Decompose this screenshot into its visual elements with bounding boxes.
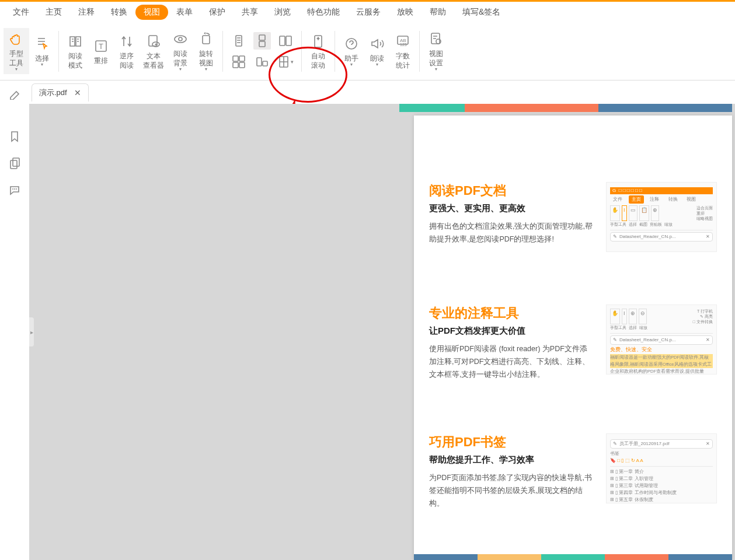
menu-sign[interactable]: 填写&签名 [454,5,508,20]
reflow-icon: T [92,37,110,55]
speak-button[interactable]: 朗读 ▾ [364,33,390,69]
word-count-button[interactable]: AB123 字数 统计 [390,30,416,72]
ribbon: 手型 工具 ▾ 选择 ▾ 阅读 模式 T 重排 逆序 阅读 文本 查看器 阅读 … [0,22,735,80]
continuous-page-icon[interactable] [253,32,271,50]
section-body: 拥有出色的文档渲染效果,强大的页面管理功能,帮助提升效率,是您阅读PDF的理想选… [429,220,594,246]
section-body: 为PDF页面添加书签,除了实现内容的快速导航,书签还能指明不同书签的层级关系,展… [429,471,594,510]
menu-protect[interactable]: 保护 [201,5,234,20]
reverse-icon [118,33,135,50]
read-bg-label: 阅读 背景 [173,49,187,68]
pages-icon[interactable] [8,156,22,170]
svg-rect-17 [257,58,262,66]
read-bg-button[interactable]: 阅读 背景 ▾ [168,28,193,74]
book-icon [67,33,84,50]
single-page-icon[interactable] [230,32,248,50]
svg-rect-16 [239,62,245,68]
text-viewer-button[interactable]: 文本 查看器 [140,30,168,72]
bookmark-icon[interactable] [8,130,22,144]
svg-rect-11 [280,36,285,46]
select-icon [33,35,51,52]
document-tab[interactable]: 演示.pdf ✕ [32,83,89,102]
section-title: 阅读PDF文档 [429,182,594,200]
read-mode-button[interactable]: 阅读 模式 [62,30,88,72]
menu-help[interactable]: 帮助 [422,5,454,20]
svg-rect-8 [236,36,242,46]
menu-present[interactable]: 放映 [389,5,422,20]
menu-browse[interactable]: 浏览 [266,5,299,20]
menu-file[interactable]: 文件 [5,5,37,20]
svg-rect-30 [13,158,19,166]
menu-bar: 文件 主页 注释 转换 视图 表单 保护 共享 浏览 特色功能 云服务 放映 帮… [0,0,735,22]
menu-home[interactable]: 主页 [37,5,70,20]
close-icon[interactable]: ✕ [74,88,81,97]
chevron-down-icon: ▾ [350,62,353,67]
svg-rect-9 [259,35,265,40]
eye-page-icon [145,33,162,50]
separator [419,31,420,72]
section-thumb: ✎ 员工手册_20120917.pdf✕ 书签 🔖 □ ▯ ⬚ ↻ A A ⊞ … [606,433,717,503]
document-canvas[interactable]: ▸ x 阅读PDF文档 更强大、更实用、更高效 拥 [29,104,735,560]
svg-point-32 [14,188,15,190]
continuous-facing-icon[interactable] [230,53,248,71]
svg-rect-18 [263,61,267,66]
split-view-icon[interactable]: ▾ [277,53,294,71]
chevron-down-icon: ▾ [179,66,182,72]
reverse-read-button[interactable]: 逆序 阅读 [114,30,140,72]
separator [222,31,223,72]
menu-feature[interactable]: 特色功能 [299,5,348,20]
section-body: 使用福昕PDF阅读器 (foxit reader) 为PDF文件添加注释,可对P… [429,342,594,381]
rotate-view-button[interactable]: 旋转 视图 ▾ [193,28,219,74]
svg-rect-10 [259,41,265,47]
cover-page-icon[interactable] [253,53,271,71]
section-read: 阅读PDF文档 更强大、更实用、更高效 拥有出色的文档渲染效果,强大的页面管理功… [414,164,732,252]
menu-share[interactable]: 共享 [234,5,266,20]
reflow-label: 重排 [94,56,108,65]
svg-rect-29 [11,160,17,169]
assistant-button[interactable]: 助手 ▾ [339,33,364,69]
expand-handle[interactable]: ▸ [29,317,34,346]
svg-point-31 [12,188,13,190]
section-annotate: 专业的注释工具 让PDF文档发挥更大价值 使用福昕PDF阅读器 (foxit r… [414,287,732,381]
hand-tool-button[interactable]: 手型 工具 ▾ [4,28,29,74]
select-button[interactable]: 选择 ▾ [29,33,55,69]
auto-scroll-button[interactable]: 自动 滚动 [305,30,331,72]
page-layout-group: ▾ [227,30,298,73]
section-thumb: G □ □ □ □ □ □ 文件 主页 注释 转换 视图 ✋ Ι [606,182,717,252]
svg-rect-7 [203,36,210,44]
menu-view[interactable]: 视图 [135,5,168,20]
svg-rect-15 [233,62,238,68]
facing-page-icon[interactable] [277,32,294,50]
document-tabs: 演示.pdf ✕ [29,80,735,104]
word-count-label: 字数 统计 [396,51,410,70]
assistant-icon [343,35,360,52]
reflow-button[interactable]: T 重排 [88,35,114,68]
svg-point-5 [175,36,186,43]
svg-rect-14 [239,56,245,61]
menu-form[interactable]: 表单 [168,5,201,20]
section-subtitle: 让PDF文档发挥更大价值 [429,326,594,337]
section-subtitle: 更强大、更实用、更高效 [429,203,594,214]
separator [301,31,302,72]
section-bookmark: 巧用PDF书签 帮助您提升工作、学习效率 为PDF页面添加书签,除了实现内容的快… [414,416,732,510]
text-viewer-label: 文本 查看器 [143,51,164,70]
menu-annot[interactable]: 注释 [70,5,103,20]
svg-point-33 [16,188,17,190]
scroll-icon [309,33,327,50]
speaker-icon [368,35,386,52]
page-bottom-stripes [414,554,732,560]
eye-icon [172,30,189,48]
svg-point-4 [155,43,157,45]
svg-text:123: 123 [400,43,407,47]
view-settings-button[interactable]: 视图 设置 ▾ [423,28,449,74]
pencil-icon[interactable] [8,86,22,100]
menu-cloud[interactable]: 云服务 [348,5,389,20]
menu-convert[interactable]: 转换 [103,5,135,20]
hand-tool-label: 手型 工具 [9,49,23,68]
separator [58,31,59,72]
reverse-read-label: 逆序 阅读 [120,51,134,70]
chevron-down-icon: ▾ [376,62,378,67]
comments-icon[interactable] [8,183,22,197]
document-page: x 阅读PDF文档 更强大、更实用、更高效 拥有出色的文档渲染效果,强大的页面管… [414,116,732,560]
chevron-down-icon: ▾ [15,66,18,72]
rotate-icon [197,30,215,48]
